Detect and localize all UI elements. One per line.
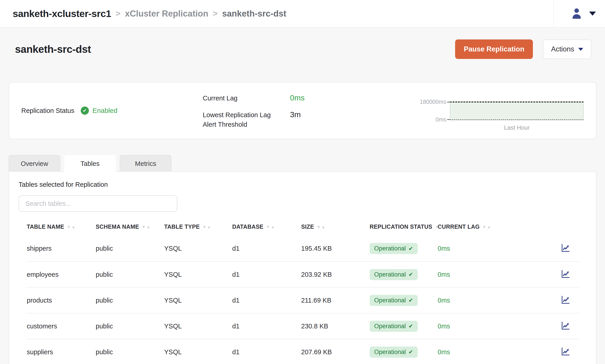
breadcrumb-xcluster-replication[interactable]: xCluster Replication [125,9,208,19]
cell-table-name: customers [26,313,95,339]
cell-current-lag: 0ms [437,313,560,339]
column-header-size[interactable]: SIZE▼▲ [301,218,369,236]
badge-check-icon: ✔ [409,297,413,303]
page-header: sanketh-src-dst Pause Replication Action… [0,28,605,59]
sort-icon[interactable]: ▼▲ [317,225,326,229]
page-title: sanketh-src-dst [15,43,91,55]
lag-summary-section: Current Lag 0ms Lowest Replication Lag A… [203,82,304,139]
column-header-table-type[interactable]: TABLE TYPE▼▲ [164,218,232,236]
column-header-database[interactable]: DATABASE▼▲ [232,218,301,236]
tables-panel: Tables selected for Replication TABLE NA… [9,171,596,364]
badge-check-icon: ✔ [409,271,413,278]
row-lag-chart-icon[interactable] [560,346,571,358]
sort-icon[interactable]: ▼▲ [202,225,212,229]
cell-database: d1 [232,339,301,364]
header-actions: Pause Replication Actions [455,39,592,59]
breadcrumb-separator-icon: > [116,9,120,18]
tab-metrics[interactable]: Metrics [120,155,171,172]
lag-threshold-chart [450,102,584,120]
actions-button[interactable]: Actions [543,39,592,59]
cell-schema-name: public [95,287,164,313]
tab-overview[interactable]: Overview [9,155,60,172]
breadcrumb-separator-icon: > [213,9,218,18]
actions-button-label: Actions [551,45,574,53]
chart-y-min-label: 0ms [436,116,446,123]
row-lag-chart-icon[interactable] [560,269,571,281]
cell-current-lag: 0ms [437,261,560,287]
cell-database: d1 [232,236,301,261]
cell-size: 207.69 KB [301,339,369,364]
cell-replication-status: Operational✔ [369,261,437,287]
column-header-chart [560,218,580,236]
sort-icon[interactable]: ▼▲ [266,225,276,229]
tab-tables[interactable]: Tables [64,155,116,172]
table-row: suppliers public YSQL d1 207.69 KB Opera… [26,339,580,364]
badge-check-icon: ✔ [409,323,413,329]
cell-schema-name: public [95,313,164,339]
column-header-schema-name[interactable]: SCHEMA NAME▼▲ [95,218,164,236]
cell-replication-status: Operational✔ [369,236,437,261]
breadcrumb-current-page: sanketh-src-dst [222,9,286,19]
cell-current-lag: 0ms [437,236,560,261]
status-badge: Operational✔ [370,243,418,254]
row-lag-chart-icon[interactable] [560,320,571,332]
cell-size: 203.92 KB [301,261,369,287]
cell-chart [560,261,580,287]
table-row: products public YSQL d1 211.69 KB Operat… [26,287,580,313]
lag-chart-section: 180000ms 0ms Last Hour [409,82,584,139]
alert-threshold-label: Lowest Replication Lag Alert Threshold [203,110,290,129]
search-tables-input[interactable] [19,195,177,212]
tables-panel-heading: Tables selected for Replication [19,181,587,189]
cell-table-type: YSQL [164,313,232,339]
badge-check-icon: ✔ [409,246,413,252]
cell-current-lag: 0ms [437,339,560,364]
column-header-replication-status[interactable]: REPLICATION STATUS▼▲ [369,218,437,236]
actions-caret-icon [578,48,583,51]
cell-table-name: employees [26,261,95,287]
cell-replication-status: Operational✔ [369,287,437,313]
detail-tabs: Overview Tables Metrics [9,155,596,171]
cell-schema-name: public [95,236,164,261]
cell-size: 195.45 KB [301,236,369,261]
cell-table-name: shippers [26,236,95,261]
pause-replication-button[interactable]: Pause Replication [455,39,533,59]
current-lag-label: Current Lag [203,93,290,103]
chart-tick-bottom [447,119,450,120]
top-navbar: sanketh-xcluster-src1 > xCluster Replica… [0,0,605,28]
current-lag-value: 0ms [290,93,304,103]
sort-icon[interactable]: ▼▲ [482,225,492,229]
cell-current-lag: 0ms [437,287,560,313]
cell-database: d1 [232,261,301,287]
enabled-check-icon: ✔ [81,106,89,115]
chart-tick-top [447,102,450,103]
badge-check-icon: ✔ [409,349,413,355]
row-lag-chart-icon[interactable] [560,243,571,255]
cell-replication-status: Operational✔ [369,339,437,364]
cell-database: d1 [232,313,301,339]
table-row: employees public YSQL d1 203.92 KB Opera… [26,261,580,287]
cell-schema-name: public [95,339,164,364]
row-lag-chart-icon[interactable] [560,294,571,306]
breadcrumb-universe[interactable]: sanketh-xcluster-src1 [13,8,111,19]
cell-table-type: YSQL [164,261,232,287]
replication-tables-table: TABLE NAME▼▲ SCHEMA NAME▼▲ TABLE TYPE▼▲ … [26,218,580,364]
replication-status-card: Replication Status ✔ Enabled Current Lag… [9,82,596,139]
navbar-user-area [553,0,605,27]
cell-schema-name: public [95,261,164,287]
sort-icon[interactable]: ▼▲ [435,225,445,229]
table-row: customers public YSQL d1 230.8 KB Operat… [26,313,580,339]
user-icon[interactable] [570,7,583,21]
cell-size: 211.69 KB [301,287,369,313]
user-menu-caret-icon[interactable] [589,12,596,16]
column-header-table-name[interactable]: TABLE NAME▼▲ [26,218,95,236]
status-badge: Operational✔ [370,347,418,358]
sort-icon[interactable]: ▼▲ [142,225,151,229]
cell-chart [560,339,580,364]
sort-icon[interactable]: ▼▲ [67,225,76,229]
cell-size: 230.8 KB [301,313,369,339]
chart-y-max-label: 180000ms [420,99,446,105]
cell-replication-status: Operational✔ [369,313,437,339]
table-header-row: TABLE NAME▼▲ SCHEMA NAME▼▲ TABLE TYPE▼▲ … [26,218,580,236]
cell-table-type: YSQL [164,287,232,313]
column-header-current-lag[interactable]: CURRENT LAG▼▲ [437,218,560,236]
